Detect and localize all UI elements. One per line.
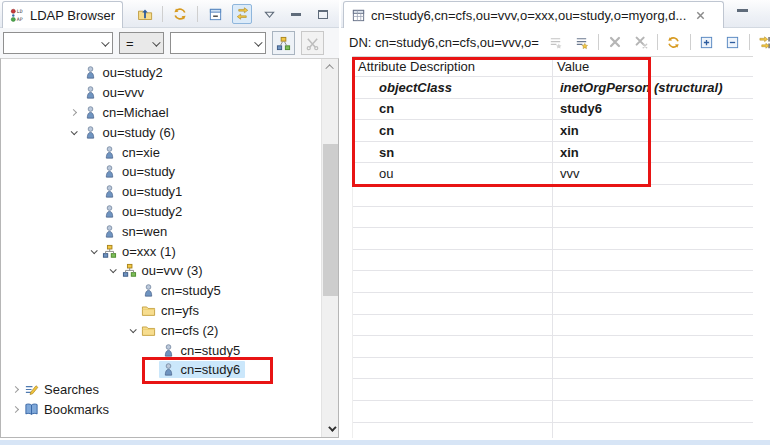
show-hierarchy-button[interactable] <box>272 31 295 55</box>
tree-item-content[interactable]: ou=study (6) <box>81 124 181 141</box>
scroll-up-icon[interactable] <box>322 59 339 75</box>
attribute-row-sn[interactable]: snxin <box>353 142 753 164</box>
tree-item-content[interactable]: ou=study2 <box>81 64 168 81</box>
tree-item-ou-vvv-3-[interactable]: ou=vvv (3) <box>1 261 338 281</box>
filter-operator-value: = <box>126 36 134 51</box>
tree-item-o-xxx-1-[interactable]: o=xxx (1) <box>1 241 338 261</box>
chevron-right-icon[interactable] <box>8 402 22 416</box>
attributes-table-rows: objectClassinetOrgPerson (structural)cns… <box>353 77 753 438</box>
tree-item-content[interactable]: cn=Michael <box>81 104 174 121</box>
attribute-row-cn[interactable]: cnstudy6 <box>353 99 753 121</box>
tree-item-content[interactable]: cn=study5 <box>159 342 246 359</box>
tree-item-cn-study5[interactable]: cn=study5 <box>1 340 338 360</box>
tree-item-content[interactable]: sn=wen <box>100 223 172 240</box>
filter-operator-combo[interactable]: = <box>119 32 164 54</box>
attribute-row-ou[interactable]: ouvvv <box>353 163 753 185</box>
tree-item-bookmarks[interactable]: Bookmarks <box>1 400 338 420</box>
tree-item-ou-study2[interactable]: ou=study2 <box>1 202 338 222</box>
tree-item-label: ou=study1 <box>122 184 182 199</box>
expander-spacer <box>67 86 81 100</box>
quick-filter-icon[interactable] <box>756 32 770 52</box>
tab-ldap-browser[interactable]: LDAP LDAP Browser <box>2 1 123 28</box>
minimize-icon[interactable] <box>286 4 306 24</box>
tree-item-label: o=xxx (1) <box>122 244 176 259</box>
tree-item-content[interactable]: ou=study1 <box>100 183 187 200</box>
tree-item-content[interactable]: ou=study2 <box>100 203 187 220</box>
tree-item-ou-study1[interactable]: ou=study1 <box>1 182 338 202</box>
attribute-name-cell: sn <box>353 145 552 160</box>
attribute-row-empty <box>353 336 753 358</box>
tree-item-content[interactable]: o=xxx (1) <box>100 243 181 260</box>
tree-item-ou-study-6-[interactable]: ou=study (6) <box>1 122 338 142</box>
tree-item-content[interactable]: ou=vvv <box>81 84 150 101</box>
collapse-all-icon[interactable] <box>205 4 225 24</box>
attribute-row-empty <box>353 228 753 250</box>
tree-item-content[interactable]: ou=vvv (3) <box>120 262 208 279</box>
minimize-icon[interactable] <box>737 9 748 12</box>
attribute-value-cell[interactable]: vvv <box>552 166 753 181</box>
view-menu-icon[interactable] <box>259 4 279 24</box>
tree-item-content[interactable]: cn=xie <box>100 144 165 161</box>
new-attribute-icon[interactable] <box>572 32 592 52</box>
close-icon[interactable] <box>695 10 706 21</box>
tree-item-ou-vvv[interactable]: ou=vvv <box>1 83 338 103</box>
person-icon <box>83 65 98 80</box>
expand-rows-icon[interactable] <box>697 32 717 52</box>
attribute-value-cell[interactable]: xin <box>552 145 753 160</box>
tree-item-label: ou=study2 <box>122 204 182 219</box>
filter-editor-button <box>301 31 324 55</box>
attribute-row-objectclass[interactable]: objectClassinetOrgPerson (structural) <box>353 77 753 99</box>
chevron-right-icon[interactable] <box>8 383 22 397</box>
chevron-down-icon[interactable] <box>125 323 139 337</box>
filter-value-combo[interactable] <box>170 32 266 54</box>
tree-item-searches[interactable]: Searches <box>1 380 338 400</box>
tree-item-cn-xie[interactable]: cn=xie <box>1 142 338 162</box>
toolbar-separator <box>162 6 163 22</box>
attribute-value-cell[interactable]: xin <box>552 123 753 138</box>
tree-item-content[interactable]: cn=study5 <box>139 282 226 299</box>
tree-item-content[interactable]: cn=cfs (2) <box>139 322 223 339</box>
parent-entry-icon[interactable] <box>135 4 155 24</box>
attribute-row-cn[interactable]: cnxin <box>353 120 753 142</box>
entry-editor-toolbar <box>546 32 770 52</box>
left-panel-header: LDAP LDAP Browser <box>0 0 339 28</box>
tree-item-cn-yfs[interactable]: cn=yfs <box>1 301 338 321</box>
tree-item-cn-cfs-2-[interactable]: cn=cfs (2) <box>1 320 338 340</box>
tab-entry-editor[interactable]: cn=study6,cn=cfs,ou=vvv,o=xxx,ou=study,o… <box>343 1 724 28</box>
collapse-rows-icon[interactable] <box>723 32 743 52</box>
chevron-down-icon[interactable] <box>106 264 120 278</box>
tree-item-sn-wen[interactable]: sn=wen <box>1 221 338 241</box>
quick-search-bar: = <box>0 28 339 58</box>
scroll-down-icon[interactable] <box>322 421 339 437</box>
tree-item-content[interactable]: ou=study <box>100 163 180 180</box>
chevron-down-icon[interactable] <box>67 125 81 139</box>
attributes-table-header: Attribute Description Value <box>353 57 753 77</box>
tree-item-ou-study[interactable]: ou=study <box>1 162 338 182</box>
scrollbar-thumb[interactable] <box>323 144 338 296</box>
attribute-value-cell[interactable]: study6 <box>552 101 753 116</box>
attribute-value-cell[interactable]: inetOrgPerson (structural) <box>552 80 753 95</box>
filter-attribute-combo[interactable] <box>3 32 113 54</box>
tree-item-cn-study6[interactable]: cn=study6 <box>1 360 338 380</box>
chevron-down-icon[interactable] <box>86 244 100 258</box>
tree-item-content[interactable]: Bookmarks <box>22 401 114 418</box>
tree-item-ou-study2[interactable]: ou=study2 <box>1 63 338 83</box>
tree-item-cn-study5[interactable]: cn=study5 <box>1 281 338 301</box>
refresh-icon[interactable] <box>664 32 684 52</box>
attribute-row-empty <box>353 379 753 401</box>
tree-item-label: cn=cfs (2) <box>161 323 218 338</box>
column-divider[interactable] <box>552 57 553 438</box>
tree-item-content[interactable]: Searches <box>22 381 104 398</box>
maximize-icon[interactable] <box>313 4 333 24</box>
left-tab-label: LDAP Browser <box>30 8 115 23</box>
tree-item-content[interactable]: cn=yfs <box>139 302 204 319</box>
window-bottom-strip <box>0 440 770 445</box>
dn-bar: DN: cn=study6,cn=cfs,ou=vvv,o= <box>341 28 770 56</box>
tree-item-selected-content[interactable]: cn=study6 <box>159 361 246 378</box>
chevron-right-icon[interactable] <box>67 105 81 119</box>
tree-scrollbar[interactable] <box>321 59 338 437</box>
link-with-editor-icon[interactable] <box>232 4 252 24</box>
tree-item-cn-michael[interactable]: cn=Michael <box>1 103 338 123</box>
refresh-icon[interactable] <box>170 4 190 24</box>
tree-item-label: Searches <box>44 382 99 397</box>
